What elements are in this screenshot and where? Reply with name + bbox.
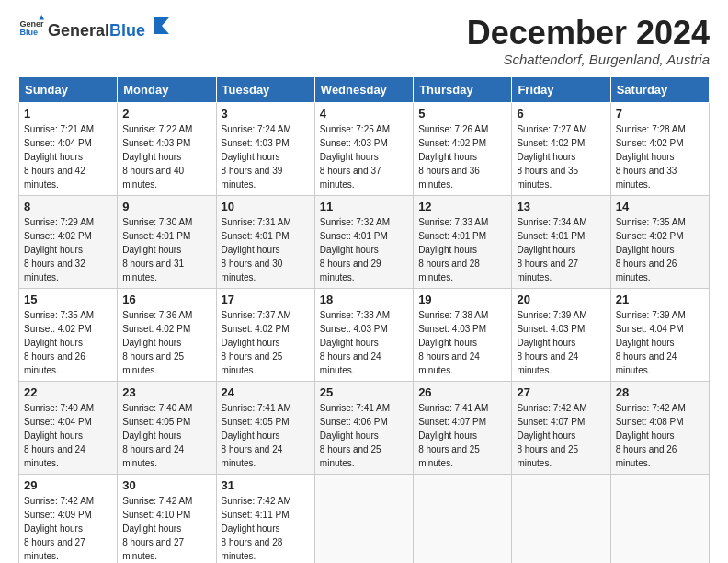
day-number: 8 — [24, 200, 112, 213]
calendar-cell: 11Sunrise: 7:32 AMSunset: 4:01 PMDayligh… — [314, 195, 413, 288]
day-number: 11 — [320, 200, 408, 213]
svg-text:Blue: Blue — [19, 28, 38, 37]
day-number: 16 — [122, 293, 210, 306]
calendar-cell: 23Sunrise: 7:40 AMSunset: 4:05 PMDayligh… — [118, 381, 216, 474]
day-number: 13 — [517, 200, 605, 213]
weekday-header-wednesday: Wednesday — [314, 76, 413, 102]
calendar-cell: 20Sunrise: 7:39 AMSunset: 4:03 PMDayligh… — [512, 288, 610, 381]
day-info: Sunrise: 7:24 AMSunset: 4:03 PMDaylight … — [222, 124, 291, 190]
calendar-cell: 5Sunrise: 7:26 AMSunset: 4:02 PMDaylight… — [414, 102, 512, 195]
day-info: Sunrise: 7:27 AMSunset: 4:02 PMDaylight … — [517, 124, 586, 190]
day-number: 3 — [222, 107, 310, 121]
weekday-header-row: SundayMondayTuesdayWednesdayThursdayFrid… — [19, 76, 710, 102]
calendar-cell: 26Sunrise: 7:41 AMSunset: 4:07 PMDayligh… — [414, 381, 512, 474]
svg-text:General: General — [19, 19, 44, 29]
subtitle: Schattendorf, Burgenland, Austria — [467, 52, 710, 67]
weekday-header-sunday: Sunday — [19, 76, 118, 102]
day-info: Sunrise: 7:36 AMSunset: 4:02 PMDaylight … — [122, 310, 192, 375]
day-info: Sunrise: 7:41 AMSunset: 4:06 PMDaylight … — [320, 403, 390, 468]
day-info: Sunrise: 7:29 AMSunset: 4:02 PMDaylight … — [24, 217, 94, 282]
day-info: Sunrise: 7:41 AMSunset: 4:07 PMDaylight … — [418, 403, 488, 468]
day-number: 23 — [122, 385, 210, 399]
day-info: Sunrise: 7:42 AMSunset: 4:07 PMDaylight … — [517, 403, 586, 468]
calendar-cell: 3Sunrise: 7:24 AMSunset: 4:03 PMDaylight… — [216, 102, 314, 195]
day-info: Sunrise: 7:25 AMSunset: 4:03 PMDaylight … — [320, 124, 390, 190]
day-number: 25 — [320, 385, 408, 399]
weekday-header-friday: Friday — [512, 76, 610, 102]
day-number: 9 — [122, 200, 210, 213]
calendar-cell: 27Sunrise: 7:42 AMSunset: 4:07 PMDayligh… — [512, 381, 610, 474]
weekday-header-thursday: Thursday — [414, 76, 512, 102]
logo-flag-icon — [149, 16, 169, 36]
day-number: 14 — [616, 200, 704, 213]
day-number: 28 — [616, 385, 704, 399]
day-number: 10 — [222, 200, 310, 213]
calendar-cell: 13Sunrise: 7:34 AMSunset: 4:01 PMDayligh… — [512, 195, 610, 288]
day-info: Sunrise: 7:26 AMSunset: 4:02 PMDaylight … — [418, 124, 488, 190]
logo-icon: General Blue — [18, 15, 44, 40]
calendar-table: SundayMondayTuesdayWednesdayThursdayFrid… — [18, 76, 710, 563]
weekday-header-saturday: Saturday — [610, 76, 709, 102]
header: General Blue GeneralBlue December 2024 S… — [18, 15, 710, 67]
calendar-cell: 31Sunrise: 7:42 AMSunset: 4:11 PMDayligh… — [216, 474, 314, 563]
day-info: Sunrise: 7:35 AMSunset: 4:02 PMDaylight … — [616, 217, 686, 282]
calendar-cell: 9Sunrise: 7:30 AMSunset: 4:01 PMDaylight… — [118, 195, 216, 288]
calendar-cell: 1Sunrise: 7:21 AMSunset: 4:04 PMDaylight… — [19, 102, 118, 195]
day-number: 19 — [418, 293, 506, 306]
calendar-cell: 29Sunrise: 7:42 AMSunset: 4:09 PMDayligh… — [19, 474, 118, 563]
day-number: 29 — [24, 478, 112, 492]
day-number: 21 — [616, 293, 704, 306]
day-number: 27 — [517, 385, 605, 399]
day-number: 2 — [122, 107, 210, 121]
day-info: Sunrise: 7:31 AMSunset: 4:01 PMDaylight … — [222, 217, 291, 282]
calendar-cell: 18Sunrise: 7:38 AMSunset: 4:03 PMDayligh… — [314, 288, 413, 381]
day-number: 17 — [222, 293, 310, 306]
day-info: Sunrise: 7:38 AMSunset: 4:03 PMDaylight … — [320, 310, 390, 375]
calendar-cell: 15Sunrise: 7:35 AMSunset: 4:02 PMDayligh… — [19, 288, 118, 381]
day-number: 4 — [320, 107, 408, 121]
svg-marker-4 — [154, 17, 169, 34]
day-info: Sunrise: 7:33 AMSunset: 4:01 PMDaylight … — [418, 217, 488, 282]
calendar-cell — [414, 474, 512, 563]
title-area: December 2024 Schattendorf, Burgenland, … — [467, 15, 710, 67]
day-number: 5 — [418, 107, 506, 121]
day-info: Sunrise: 7:39 AMSunset: 4:04 PMDaylight … — [616, 310, 686, 375]
calendar-cell: 19Sunrise: 7:38 AMSunset: 4:03 PMDayligh… — [414, 288, 512, 381]
day-number: 1 — [24, 107, 112, 121]
calendar-cell — [610, 474, 709, 563]
day-info: Sunrise: 7:42 AMSunset: 4:10 PMDaylight … — [122, 496, 192, 561]
weekday-header-tuesday: Tuesday — [216, 76, 314, 102]
day-info: Sunrise: 7:42 AMSunset: 4:11 PMDaylight … — [222, 496, 291, 561]
calendar-week-3: 15Sunrise: 7:35 AMSunset: 4:02 PMDayligh… — [19, 288, 710, 381]
svg-marker-3 — [39, 15, 44, 20]
day-info: Sunrise: 7:42 AMSunset: 4:08 PMDaylight … — [616, 403, 686, 468]
day-info: Sunrise: 7:38 AMSunset: 4:03 PMDaylight … — [418, 310, 488, 375]
day-number: 15 — [24, 293, 112, 306]
day-number: 30 — [122, 478, 210, 492]
calendar-cell: 28Sunrise: 7:42 AMSunset: 4:08 PMDayligh… — [610, 381, 709, 474]
calendar-cell: 30Sunrise: 7:42 AMSunset: 4:10 PMDayligh… — [118, 474, 216, 563]
day-info: Sunrise: 7:21 AMSunset: 4:04 PMDaylight … — [24, 124, 94, 190]
day-number: 20 — [517, 293, 605, 306]
day-info: Sunrise: 7:34 AMSunset: 4:01 PMDaylight … — [517, 217, 586, 282]
weekday-header-monday: Monday — [118, 76, 216, 102]
calendar-cell: 4Sunrise: 7:25 AMSunset: 4:03 PMDaylight… — [314, 102, 413, 195]
calendar-cell: 21Sunrise: 7:39 AMSunset: 4:04 PMDayligh… — [610, 288, 709, 381]
logo-general: General — [48, 21, 109, 40]
calendar-cell: 6Sunrise: 7:27 AMSunset: 4:02 PMDaylight… — [512, 102, 610, 195]
day-info: Sunrise: 7:39 AMSunset: 4:03 PMDaylight … — [517, 310, 586, 375]
day-info: Sunrise: 7:22 AMSunset: 4:03 PMDaylight … — [122, 124, 192, 190]
calendar-week-4: 22Sunrise: 7:40 AMSunset: 4:04 PMDayligh… — [19, 381, 710, 474]
day-number: 26 — [418, 385, 506, 399]
calendar-cell: 8Sunrise: 7:29 AMSunset: 4:02 PMDaylight… — [19, 195, 118, 288]
calendar-cell: 22Sunrise: 7:40 AMSunset: 4:04 PMDayligh… — [19, 381, 118, 474]
day-info: Sunrise: 7:32 AMSunset: 4:01 PMDaylight … — [320, 217, 390, 282]
day-number: 6 — [517, 107, 605, 121]
calendar-cell: 24Sunrise: 7:41 AMSunset: 4:05 PMDayligh… — [216, 381, 314, 474]
month-title: December 2024 — [467, 15, 710, 52]
calendar-week-2: 8Sunrise: 7:29 AMSunset: 4:02 PMDaylight… — [19, 195, 710, 288]
day-info: Sunrise: 7:41 AMSunset: 4:05 PMDaylight … — [222, 403, 291, 468]
day-number: 24 — [222, 385, 310, 399]
calendar-cell: 17Sunrise: 7:37 AMSunset: 4:02 PMDayligh… — [216, 288, 314, 381]
calendar-cell — [512, 474, 610, 563]
